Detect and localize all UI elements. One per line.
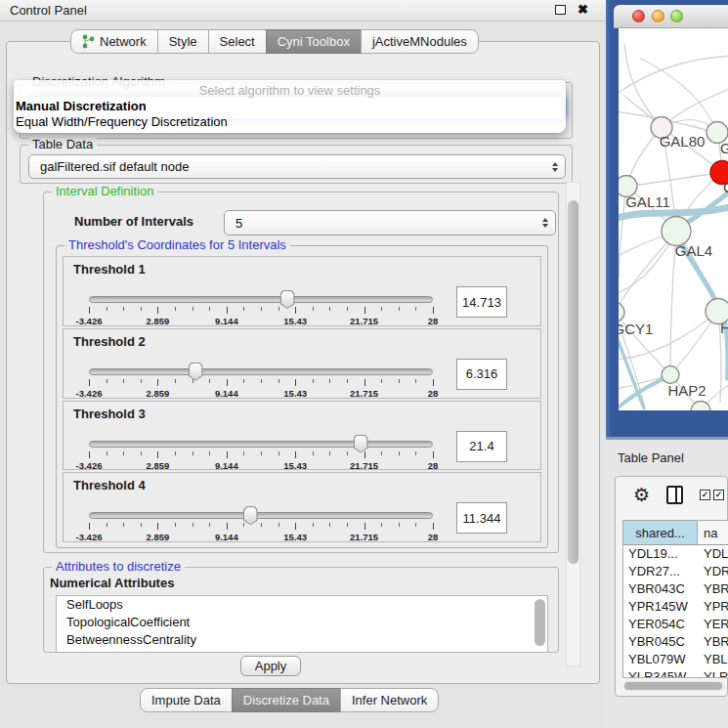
close-icon[interactable]: ✖ [578, 4, 588, 16]
table-row[interactable]: YDR27...YDR2 [623, 563, 728, 580]
zoom-traffic-light-icon[interactable] [670, 10, 683, 22]
table-row[interactable]: YER054CYER0 [623, 616, 728, 633]
threshold-value-field[interactable]: 6.316 [456, 359, 507, 390]
cell-name: YDR2 [698, 563, 728, 580]
slider-track[interactable] [89, 512, 433, 519]
cell-name: YPR1 [698, 598, 728, 616]
attribute-item-selfloops[interactable]: SelfLoops [57, 596, 547, 614]
slider-track[interactable] [89, 441, 433, 448]
threshold-slider[interactable]: -3.4262.8599.14415.4321.71528 [89, 368, 433, 376]
checkbox-icon[interactable]: ✓ [700, 490, 710, 500]
slider-thumb[interactable] [189, 363, 203, 381]
network-canvas[interactable]: GAL80GACGAL11GAL4GCY1HHAP2 [619, 28, 728, 410]
tab-style[interactable]: Style [157, 29, 209, 54]
gear-icon[interactable]: ⚙ [633, 486, 650, 504]
slider-tick [243, 523, 244, 527]
column-header-shared-name[interactable]: shared... [623, 521, 698, 544]
node-label-gcy1: GCY1 [619, 321, 653, 337]
close-traffic-light-icon[interactable] [632, 10, 645, 22]
panel-scrollbar[interactable] [566, 182, 580, 666]
numerical-attributes-list[interactable]: SelfLoopsTopologicalCoefficientBetweenne… [56, 595, 548, 653]
number-of-intervals-label: Number of Intervals [74, 214, 193, 229]
cell-name: YBL0 [698, 651, 728, 668]
network-node-gcy1[interactable] [619, 303, 624, 322]
threshold-value-field[interactable]: 21.4 [456, 431, 507, 462]
slider-scale-label: -3.426 [76, 316, 103, 326]
slider-thumb[interactable] [280, 290, 295, 309]
column-header-name[interactable]: na [698, 521, 728, 544]
cell-shared-name: YDL19... [623, 545, 698, 563]
table-data-select[interactable]: galFiltered.sif default node [28, 154, 566, 179]
threshold-value-field[interactable]: 14.713 [456, 286, 507, 318]
slider-tick [381, 307, 382, 311]
slider-thumb[interactable] [243, 506, 258, 525]
number-of-intervals-select[interactable]: 5 [224, 210, 556, 236]
slider-tick [347, 379, 348, 383]
table-row[interactable]: YLR345WYLR3 [623, 668, 728, 678]
slider-tick [399, 523, 400, 527]
table-scrollbar-thumb[interactable] [624, 682, 722, 690]
slider-tick [295, 307, 296, 314]
algorithm-options: Manual DiscretizationEqual Width/Frequen… [14, 99, 566, 130]
cell-shared-name: YDR27... [623, 563, 698, 580]
panel-scrollbar-thumb[interactable] [568, 200, 578, 564]
spinner-icon [542, 218, 548, 228]
apply-button[interactable]: Apply [240, 656, 301, 676]
slider-tick [364, 523, 365, 530]
slider-tick [175, 307, 176, 311]
table-data-group: Table Data galFiltered.sif default node [20, 145, 573, 184]
node-label-c: C [723, 179, 728, 195]
tab-network[interactable]: Network [70, 29, 158, 54]
interval-definition-legend: Interval Definition [52, 184, 157, 198]
table-row[interactable]: YBL079WYBL0 [623, 651, 728, 668]
algorithm-option-equal-width-frequency-discretization[interactable]: Equal Width/Frequency Discretization [14, 114, 566, 130]
tab-jactivemnodules[interactable]: jActiveMNodules [361, 29, 479, 54]
table-row[interactable]: YDL19...YDL1 [623, 545, 728, 563]
node-label-gal11: GAL11 [625, 193, 670, 210]
table-panel-box: ⚙ ✓ ✓ shared... na YDL19...YDL1YDR27...Y… [615, 476, 728, 697]
threshold-slider[interactable]: -3.4262.8599.14415.4321.71528 [89, 296, 433, 304]
tab-label: Cyni Toolbox [278, 34, 350, 49]
tab-infer-network[interactable]: Infer Network [340, 688, 439, 712]
minimize-traffic-light-icon[interactable] [652, 10, 664, 22]
tab-select[interactable]: Select [208, 29, 267, 54]
slider-tick [243, 379, 244, 383]
threshold-slider[interactable]: -3.4262.8599.14415.4321.71528 [89, 512, 433, 520]
slider-tick [415, 307, 416, 311]
slider-tick [209, 379, 210, 383]
slider-tick [278, 523, 279, 527]
slider-tick [107, 379, 107, 383]
table-row[interactable]: YBR043CYBR0 [623, 580, 728, 598]
list-scrollbar[interactable] [535, 599, 545, 646]
slider-thumb[interactable] [354, 435, 368, 453]
network-icon [82, 34, 95, 49]
tab-label: Network [100, 34, 147, 49]
slider-scale-label: 28 [428, 388, 439, 399]
table-row[interactable]: YPR145WYPR1 [623, 598, 728, 616]
slider-track[interactable] [89, 296, 433, 303]
slider-tick [364, 307, 365, 314]
table-row[interactable]: YBR045CYBR0 [623, 633, 728, 651]
node-attribute-table[interactable]: shared... na YDL19...YDL1YDR27...YDR2YBR… [622, 520, 728, 678]
checkbox-icon[interactable]: ✓ [713, 490, 724, 500]
slider-tick [313, 451, 314, 455]
float-window-icon[interactable] [555, 5, 566, 15]
threshold-value-field[interactable]: 11.344 [456, 502, 507, 534]
tab-impute-data[interactable]: Impute Data [140, 688, 233, 712]
tab-cyni-toolbox[interactable]: Cyni Toolbox [266, 29, 362, 54]
table-horizontal-scrollbar[interactable] [623, 681, 725, 691]
attributes-group: Attributes to discretize Numerical Attri… [43, 567, 559, 653]
slider-scale-label: 2.859 [147, 388, 170, 399]
attribute-item-betweennesscentrality[interactable]: BetweennessCentrality [57, 631, 547, 649]
algorithm-option-manual-discretization[interactable]: Manual Discretization [14, 99, 566, 114]
control-panel: Control Panel ✖ NetworkStyleSelectCyni T… [0, 0, 606, 728]
slider-track[interactable] [89, 368, 433, 375]
tab-discretize-data[interactable]: Discretize Data [232, 688, 341, 712]
threshold-label: Threshold 4 [73, 478, 146, 492]
slider-tick [193, 451, 193, 455]
columns-icon[interactable] [666, 486, 683, 504]
slider-tick [123, 307, 124, 311]
slider-tick [295, 379, 296, 386]
attribute-item-topologicalcoefficient[interactable]: TopologicalCoefficient [57, 614, 547, 631]
threshold-slider[interactable]: -3.4262.8599.14415.4321.71528 [89, 441, 433, 449]
